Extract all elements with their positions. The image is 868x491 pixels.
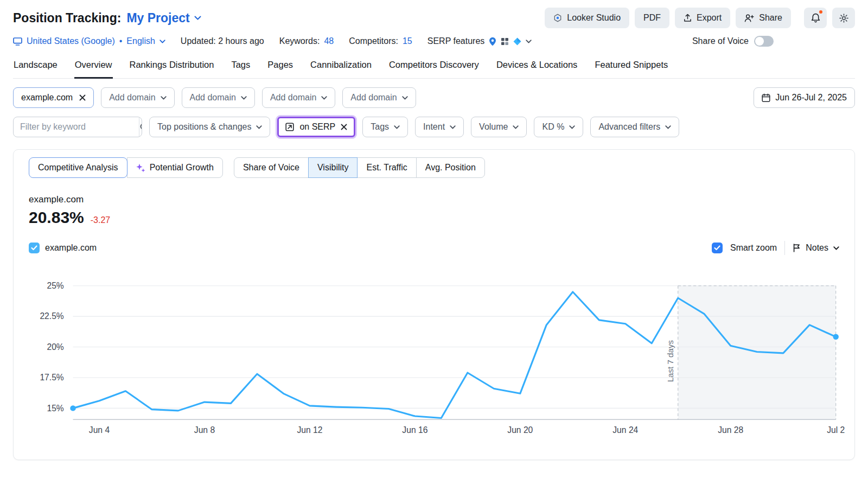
competitors-label: Competitors:: [349, 36, 398, 46]
advanced-filters-dropdown[interactable]: Advanced filters: [590, 117, 679, 137]
tab-visibility[interactable]: Visibility: [308, 157, 358, 178]
share-of-voice-label: Share of Voice: [692, 36, 749, 46]
project-selector[interactable]: My Project: [126, 11, 201, 25]
tab-overview[interactable]: Overview: [74, 53, 113, 79]
share-of-voice-toggle[interactable]: [754, 36, 774, 47]
sparkles-icon: [136, 163, 145, 173]
notes-label: Notes: [806, 243, 828, 253]
top-positions-dropdown[interactable]: Top positions & changes: [149, 117, 270, 137]
potential-growth-label: Potential Growth: [150, 163, 214, 173]
tab-share-of-voice[interactable]: Share of Voice: [234, 157, 309, 178]
tab-est-traffic[interactable]: Est. Traffic: [357, 157, 416, 178]
tab-landscape[interactable]: Landscape: [13, 53, 58, 79]
kd-label: KD %: [542, 122, 564, 132]
remove-domain-icon[interactable]: [79, 94, 86, 101]
notifications-button[interactable]: [804, 8, 827, 28]
serp-features-label: SERP features: [427, 36, 485, 46]
domain-filter-chip[interactable]: example.com: [13, 87, 94, 108]
add-domain-dropdown-2[interactable]: Add domain: [182, 87, 255, 108]
project-name: My Project: [126, 11, 189, 25]
svg-text:Jun 24: Jun 24: [612, 425, 638, 435]
chevron-down-icon: [394, 125, 400, 129]
tab-pages[interactable]: Pages: [267, 53, 293, 79]
date-range-label: Jun 26-Jul 2, 2025: [775, 93, 847, 103]
tab-devices-locations[interactable]: Devices & Locations: [496, 53, 578, 79]
volume-dropdown[interactable]: Volume: [471, 117, 527, 137]
bell-icon: [811, 13, 820, 23]
keywords-value[interactable]: 48: [324, 36, 334, 46]
tags-label: Tags: [371, 122, 389, 132]
advanced-filters-label: Advanced filters: [598, 122, 660, 132]
share-button[interactable]: Share: [736, 8, 791, 28]
svg-text:15%: 15%: [47, 404, 63, 413]
tab-avg-position[interactable]: Avg. Position: [416, 157, 485, 178]
legend-domain-label: example.com: [45, 243, 97, 253]
intent-dropdown[interactable]: Intent: [415, 117, 464, 137]
settings-button[interactable]: [832, 8, 855, 28]
visibility-chart[interactable]: 15%17.5%20%22.5%25%Last 7 daysJun 4Jun 8…: [29, 277, 839, 438]
est-traffic-tab-label: Est. Traffic: [366, 163, 407, 173]
keyword-filter-input[interactable]: [14, 117, 139, 137]
overview-card: Competitive Analysis Potential Growth Sh…: [13, 149, 855, 460]
svg-text:Jun 16: Jun 16: [402, 425, 427, 435]
domain-filter-row: example.com Add domain Add domain Add do…: [13, 87, 855, 108]
date-range-picker[interactable]: Jun 26-Jul 2, 2025: [754, 87, 855, 108]
chevron-down-icon: [256, 125, 262, 129]
location-label: United States (Google): [27, 36, 115, 46]
serp-grid-icon: [501, 37, 509, 46]
svg-text:Jun 8: Jun 8: [194, 425, 215, 435]
serp-features-selector[interactable]: SERP features: [427, 36, 532, 46]
pdf-label: PDF: [643, 13, 661, 23]
tab-competitive-analysis[interactable]: Competitive Analysis: [29, 157, 127, 178]
looker-studio-button[interactable]: Looker Studio: [545, 8, 629, 28]
kd-dropdown[interactable]: KD %: [534, 117, 583, 137]
metric-domain: example.com: [29, 194, 839, 205]
chart-area: 15%17.5%20%22.5%25%Last 7 daysJun 4Jun 8…: [14, 277, 854, 438]
main-tabs: Landscape Overview Rankings Distribution…: [13, 53, 855, 79]
tab-cannibalization[interactable]: Cannibalization: [310, 53, 372, 79]
competitive-analysis-label: Competitive Analysis: [38, 163, 118, 173]
location-language-selector[interactable]: United States (Google) • English: [13, 36, 165, 46]
svg-text:Last 7 days: Last 7 days: [666, 340, 675, 382]
divider: [784, 241, 785, 255]
svg-text:Jul 2: Jul 2: [827, 425, 845, 435]
competitors-value[interactable]: 15: [403, 36, 412, 46]
on-serp-filter-chip[interactable]: on SERP: [277, 117, 355, 137]
chart-legend-row: example.com Smart zoom Notes: [14, 241, 854, 255]
svg-text:17.5%: 17.5%: [40, 373, 63, 382]
keywords-count: Keywords: 48: [279, 36, 334, 46]
smart-zoom-checkbox[interactable]: [712, 243, 723, 253]
chevron-down-icon: [402, 96, 408, 100]
avg-position-tab-label: Avg. Position: [425, 163, 476, 173]
keyword-filter-row: Top positions & changes on SERP Tags Int…: [13, 117, 855, 137]
add-domain-dropdown-3[interactable]: Add domain: [262, 87, 335, 108]
chevron-down-icon: [450, 125, 456, 129]
add-domain-label: Add domain: [350, 93, 397, 103]
position-tracking-page: Position Tracking: My Project Looker Stu…: [0, 0, 868, 460]
search-icon[interactable]: [139, 117, 142, 137]
svg-text:Jun 20: Jun 20: [507, 425, 533, 435]
bullet-separator: •: [119, 36, 123, 46]
card-tabs: Competitive Analysis Potential Growth Sh…: [14, 150, 854, 178]
tab-competitors-discovery[interactable]: Competitors Discovery: [388, 53, 480, 79]
chevron-down-icon: [569, 125, 575, 129]
monitor-icon: [13, 37, 22, 46]
tab-rankings-distribution[interactable]: Rankings Distribution: [129, 53, 215, 79]
remove-serp-filter-icon[interactable]: [341, 124, 347, 130]
looker-studio-icon: [553, 14, 562, 22]
add-domain-dropdown-1[interactable]: Add domain: [101, 87, 174, 108]
chevron-down-icon: [665, 125, 671, 129]
tags-dropdown[interactable]: Tags: [362, 117, 408, 137]
serp-filter-icon: [285, 123, 294, 131]
chevron-down-icon: [833, 246, 839, 250]
tab-featured-snippets[interactable]: Featured Snippets: [594, 53, 668, 79]
top-positions-label: Top positions & changes: [157, 122, 251, 132]
tab-potential-growth[interactable]: Potential Growth: [127, 157, 223, 178]
add-domain-dropdown-4[interactable]: Add domain: [342, 87, 416, 108]
legend-checkbox[interactable]: [29, 243, 40, 253]
analysis-tab-group: Competitive Analysis Potential Growth: [29, 157, 223, 178]
tab-tags[interactable]: Tags: [231, 53, 251, 79]
notes-dropdown[interactable]: Notes: [793, 243, 839, 253]
pdf-button[interactable]: PDF: [635, 8, 669, 28]
export-button[interactable]: Export: [675, 8, 730, 28]
